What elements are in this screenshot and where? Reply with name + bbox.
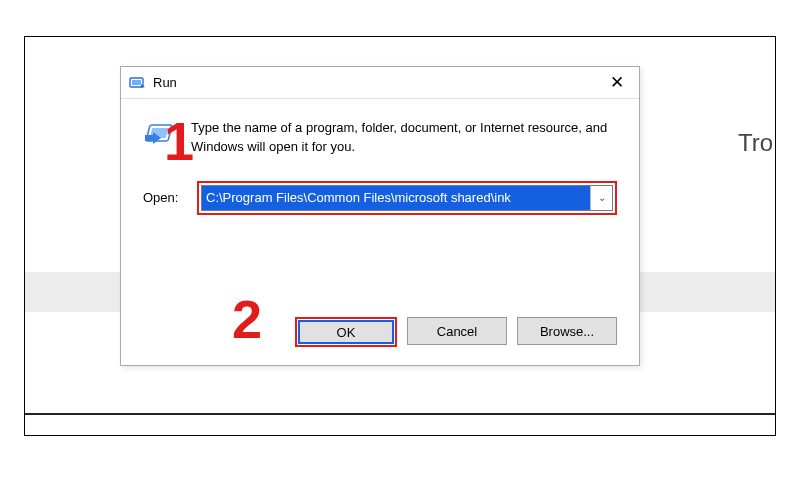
open-row: Open: C:\Program Files\Common Files\micr…	[143, 181, 617, 215]
dialog-title: Run	[153, 75, 599, 90]
run-dialog: Run ✕ Type the name of a program, folder…	[120, 66, 640, 366]
titlebar: Run ✕	[121, 67, 639, 99]
button-row: OK Cancel Browse...	[295, 317, 617, 347]
open-label: Open:	[143, 190, 185, 205]
svg-rect-1	[132, 80, 141, 85]
close-button[interactable]: ✕	[599, 69, 635, 97]
browse-button[interactable]: Browse...	[517, 317, 617, 345]
run-app-icon	[129, 75, 145, 91]
background-divider	[25, 413, 775, 415]
instruction-text: Type the name of a program, folder, docu…	[191, 119, 617, 157]
open-combobox[interactable]: C:\Program Files\Common Files\microsoft …	[201, 185, 613, 211]
ok-button[interactable]: OK	[298, 320, 394, 344]
info-row: Type the name of a program, folder, docu…	[143, 119, 617, 157]
dialog-body: Type the name of a program, folder, docu…	[121, 99, 639, 215]
open-input[interactable]: C:\Program Files\Common Files\microsoft …	[202, 186, 590, 210]
run-large-icon	[143, 121, 177, 151]
cancel-button[interactable]: Cancel	[407, 317, 507, 345]
open-input-highlight: C:\Program Files\Common Files\microsoft …	[197, 181, 617, 215]
ok-button-highlight: OK	[295, 317, 397, 347]
background-partial-text: Tro	[738, 129, 773, 157]
chevron-down-icon[interactable]: ⌄	[590, 186, 612, 210]
